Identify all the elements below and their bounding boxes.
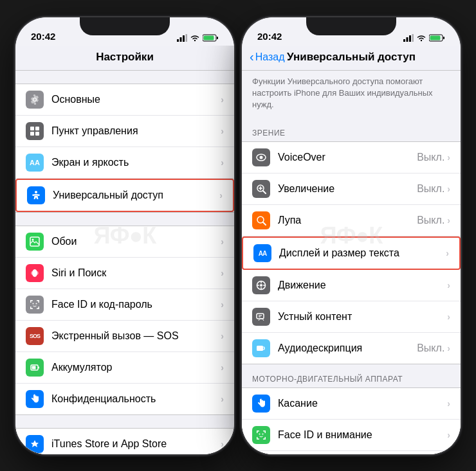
chevron-ekran: ›	[221, 157, 224, 168]
status-icons-left	[177, 34, 219, 42]
chevron-oboi: ›	[221, 236, 224, 247]
icon-sos: SOS	[26, 327, 44, 345]
list-item-punkt[interactable]: Пункт управления ›	[15, 116, 234, 147]
touch-icon	[257, 398, 266, 409]
icon-zoom	[252, 180, 270, 198]
list-item-spoken[interactable]: Устный контент ›	[242, 301, 461, 333]
svg-rect-29	[32, 366, 36, 369]
icon-faceid-att	[252, 426, 270, 444]
eye-icon	[256, 152, 266, 163]
label-siri: Siri и Поиск	[51, 267, 221, 279]
svg-rect-68	[265, 431, 266, 433]
faceid-icon	[30, 300, 39, 309]
list-item-siri[interactable]: Siri и Поиск ›	[15, 258, 234, 289]
svg-rect-50	[430, 35, 441, 40]
faceid-att-icon	[257, 431, 266, 440]
svg-point-25	[33, 303, 34, 304]
chevron-privacy: ›	[221, 394, 224, 404]
control-icon	[30, 126, 40, 136]
list-item-faceid-att[interactable]: Face ID и внимание ›	[242, 420, 461, 451]
list-item-audiodesc[interactable]: Аудиодескрипция Выкл. ›	[242, 333, 461, 364]
list-item-osnovnye[interactable]: Основные ›	[15, 84, 234, 116]
chevron-siri: ›	[221, 268, 224, 278]
chevron-motion: ›	[447, 280, 450, 290]
label-battery: Аккумулятор	[51, 362, 221, 373]
icon-siri	[26, 264, 44, 282]
list-item-display[interactable]: AA Дисплей и размер текста ›	[242, 236, 461, 270]
list-item-faceid[interactable]: Face ID и код-пароль ›	[15, 289, 234, 321]
chevron-battery: ›	[221, 362, 224, 373]
list-item-lupa[interactable]: Лупа Выкл. ›	[242, 205, 461, 236]
list-item-zoom[interactable]: Увеличение Выкл. ›	[242, 173, 461, 205]
accessibility-icon	[31, 190, 41, 200]
chevron-faceid-att: ›	[447, 430, 450, 440]
accessibility-description: Функции Универсального доступа помогают …	[242, 71, 461, 119]
list-item-ekran[interactable]: AA Экран и яркость ›	[15, 147, 234, 179]
svg-point-73	[259, 434, 261, 435]
svg-point-16	[31, 271, 39, 276]
svg-rect-9	[35, 127, 39, 130]
chevron-display: ›	[446, 248, 449, 258]
icon-display: AA	[253, 244, 271, 262]
label-ekran: Экран и яркость	[51, 157, 221, 168]
list-item-sos[interactable]: SOS Экстренный вызов — SOS ›	[15, 321, 234, 352]
icon-appstore	[26, 435, 44, 453]
label-lupa: Лупа	[278, 215, 417, 226]
motor-header: МОТОРНО-ДВИГАТЕЛЬНЫЙ АППАРАТ	[242, 364, 461, 387]
svg-point-14	[32, 238, 34, 240]
label-audiodesc: Аудиодескрипция	[278, 342, 417, 354]
vision-header: ЗРЕНИЕ	[242, 118, 461, 141]
svg-point-26	[36, 303, 37, 304]
icon-battery	[26, 359, 44, 377]
list-item-motion[interactable]: Движение ›	[242, 270, 461, 301]
nav-bar-left: Настройки	[15, 46, 234, 71]
accessibility-screen: Функции Универсального доступа помогают …	[242, 71, 461, 454]
svg-rect-43	[403, 39, 405, 42]
label-voiceover: VoiceOver	[278, 152, 417, 163]
svg-rect-64	[257, 346, 263, 351]
phones-container: 20:42	[15, 17, 461, 454]
list-item-privacy[interactable]: Конфиденциальность ›	[15, 384, 234, 414]
svg-rect-72	[265, 437, 266, 440]
nav-back-button[interactable]: ‹ Назад	[250, 49, 285, 64]
chevron-touch: ›	[447, 398, 450, 409]
back-label: Назад	[255, 51, 285, 63]
list-group1-left: Основные › Пункт управления › AA	[15, 84, 234, 213]
label-sos: Экстренный вызов — SOS	[51, 330, 221, 342]
label-punkt: Пункт управления	[51, 125, 221, 137]
list-item-oboi[interactable]: Обои ›	[15, 226, 234, 258]
list-item-universal[interactable]: Универсальный доступ ›	[15, 179, 234, 212]
svg-rect-20	[39, 300, 40, 303]
audio-desc-icon	[256, 343, 266, 353]
label-touch: Касание	[278, 398, 447, 409]
icon-faceid	[26, 296, 44, 314]
wifi-icon	[190, 34, 200, 42]
svg-rect-28	[39, 366, 40, 368]
group1-left: Основные › Пункт управления › AA	[15, 84, 234, 213]
status-icons-right	[403, 34, 445, 42]
icon-voiceover	[252, 148, 270, 166]
list-item-touch[interactable]: Касание ›	[242, 388, 461, 420]
iphone-right: 20:42	[242, 17, 461, 454]
list-item-battery[interactable]: Аккумулятор ›	[15, 352, 234, 384]
screen-right: 20:42	[242, 17, 461, 454]
svg-rect-8	[30, 127, 34, 130]
label-faceid: Face ID и код-пароль	[51, 299, 221, 310]
label-appstore: iTunes Store и App Store	[51, 438, 221, 450]
vision-list: VoiceOver Выкл. › Увеличение Выкл. ›	[242, 141, 461, 364]
svg-rect-6	[217, 37, 218, 39]
list-item-voiceover[interactable]: VoiceOver Выкл. ›	[242, 142, 461, 173]
value-audiodesc: Выкл.	[417, 342, 444, 354]
list-item-virtual[interactable]: Виртуальный контроллер Выкл. ›	[242, 451, 461, 454]
hand-icon	[30, 394, 39, 404]
svg-rect-49	[443, 37, 444, 39]
svg-rect-61	[257, 314, 264, 319]
wifi-icon-right	[416, 34, 426, 42]
list-item-appstore[interactable]: iTunes Store и App Store ›	[15, 429, 234, 454]
signal-icon	[177, 34, 187, 42]
label-motion: Движение	[278, 280, 447, 291]
svg-line-54	[263, 191, 266, 193]
chevron-sos: ›	[221, 331, 224, 341]
battery-icon-right	[429, 34, 445, 42]
chevron-lupa: ›	[447, 215, 450, 226]
